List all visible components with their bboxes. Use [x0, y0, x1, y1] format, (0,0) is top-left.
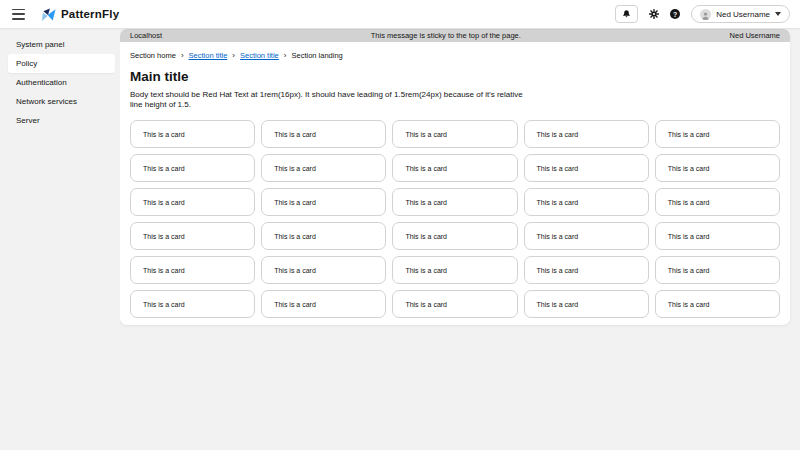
breadcrumb-separator-icon: ›: [181, 52, 184, 60]
notifications-button[interactable]: [615, 5, 638, 23]
brand-name: PatternFly: [61, 8, 119, 20]
content-panel: Localhost This message is sticky to the …: [120, 29, 790, 325]
card: This is a card: [524, 256, 649, 284]
card: This is a card: [655, 188, 780, 216]
avatar-icon: [700, 9, 711, 20]
card: This is a card: [261, 188, 386, 216]
breadcrumb-separator-icon: ›: [284, 52, 287, 60]
card: This is a card: [261, 222, 386, 250]
breadcrumb-link[interactable]: Section title: [189, 51, 228, 60]
masthead-actions: ? Ned Username: [615, 5, 790, 23]
patternfly-logo-icon: [41, 7, 56, 22]
card: This is a card: [655, 222, 780, 250]
banner-left-text: Localhost: [130, 31, 162, 40]
brand: PatternFly: [41, 7, 119, 22]
breadcrumb-item: Section landing: [291, 51, 342, 60]
breadcrumb-separator-icon: ›: [232, 52, 235, 60]
card: This is a card: [655, 290, 780, 318]
sidebar-item-server[interactable]: Server: [0, 111, 120, 130]
card: This is a card: [130, 120, 255, 148]
card: This is a card: [524, 188, 649, 216]
card: This is a card: [130, 222, 255, 250]
card: This is a card: [392, 290, 517, 318]
question-circle-icon: ?: [670, 9, 680, 19]
sidebar-item-policy[interactable]: Policy: [8, 54, 115, 73]
card: This is a card: [655, 154, 780, 182]
card: This is a card: [392, 154, 517, 182]
masthead-left: PatternFly: [10, 7, 119, 22]
breadcrumb-link[interactable]: Section title: [240, 51, 279, 60]
body-text: Body text should be Red Hat Text at 1rem…: [130, 90, 528, 109]
card: This is a card: [524, 154, 649, 182]
banner-message: This message is sticky to the top of the…: [162, 31, 729, 40]
settings-button[interactable]: [649, 9, 659, 19]
sidebar-nav: System panelPolicyAuthenticationNetwork …: [0, 28, 120, 450]
masthead: PatternFly: [0, 0, 800, 28]
card: This is a card: [392, 120, 517, 148]
help-button[interactable]: ?: [670, 9, 680, 19]
card: This is a card: [392, 222, 517, 250]
sidebar-item-system-panel[interactable]: System panel: [0, 35, 120, 54]
page-title: Main title: [130, 69, 780, 84]
card: This is a card: [130, 256, 255, 284]
card: This is a card: [524, 222, 649, 250]
card: This is a card: [392, 256, 517, 284]
card: This is a card: [524, 290, 649, 318]
gear-icon: [649, 9, 659, 19]
card: This is a card: [130, 154, 255, 182]
user-menu-button[interactable]: Ned Username: [691, 5, 790, 23]
card: This is a card: [130, 188, 255, 216]
banner-username: Ned Username: [730, 31, 780, 40]
breadcrumb: Section home›Section title›Section title…: [130, 51, 780, 60]
card: This is a card: [655, 120, 780, 148]
card: This is a card: [524, 120, 649, 148]
card: This is a card: [261, 120, 386, 148]
panel-content: Section home›Section title›Section title…: [120, 42, 790, 318]
user-name: Ned Username: [716, 10, 770, 19]
card: This is a card: [261, 256, 386, 284]
breadcrumb-item: Section home: [130, 51, 176, 60]
card: This is a card: [261, 154, 386, 182]
card: This is a card: [392, 188, 517, 216]
card: This is a card: [655, 256, 780, 284]
chevron-down-icon: [775, 12, 781, 16]
hamburger-icon[interactable]: [12, 9, 25, 20]
card-grid: This is a cardThis is a cardThis is a ca…: [130, 120, 780, 318]
bell-icon: [622, 9, 631, 19]
card: This is a card: [261, 290, 386, 318]
sidebar-item-authentication[interactable]: Authentication: [0, 73, 120, 92]
sidebar-item-network-services[interactable]: Network services: [0, 92, 120, 111]
card: This is a card: [130, 290, 255, 318]
sticky-banner: Localhost This message is sticky to the …: [120, 29, 790, 42]
